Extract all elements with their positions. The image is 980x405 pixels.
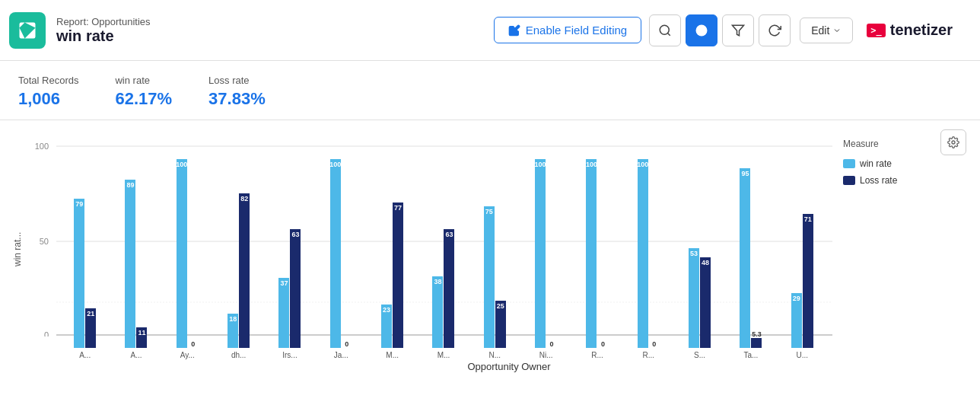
bar-owner-label: Ni... [520, 351, 571, 359]
svg-point-1 [696, 24, 708, 36]
bar-owner-label: S... [674, 351, 725, 359]
app-icon-svg [17, 20, 38, 41]
loss-rate-label: Loss rate [208, 75, 266, 86]
bar-owner-label: M... [367, 351, 418, 359]
bar-group: 2377M... [367, 139, 418, 359]
y-axis-label: win rat... [12, 139, 23, 359]
loss-rate-stat: Loss rate 37.83% [208, 75, 266, 109]
report-label: Report: Opportunities [56, 16, 151, 27]
legend-loss-rate-label: Loss rate [860, 175, 897, 186]
win-bar: 89 [125, 180, 135, 348]
bar-owner-label: Ja... [316, 351, 367, 359]
bar-owner-label: Ta... [725, 351, 776, 359]
chart-legend: Measure win rate Loss rate [843, 139, 965, 186]
loss-bar: 21 [85, 308, 96, 348]
legend-win-rate: win rate [843, 158, 965, 169]
win-bar: 29 [791, 293, 802, 348]
win-bar: 23 [381, 305, 392, 348]
x-axis-label: Opportunity Owner [50, 361, 968, 372]
bar-group: 1000Ni... [520, 139, 571, 359]
bar-group: 955.3Ta... [725, 139, 776, 359]
refresh-icon [768, 24, 781, 37]
bar-group: 3763Irs... [264, 139, 315, 359]
bar-owner-label: Irs... [264, 351, 315, 359]
chart-container: win rat... 100 50 0 7921A...8911A...1000… [0, 120, 980, 405]
win-rate-value: 62.17% [115, 89, 172, 109]
svg-marker-2 [733, 25, 744, 36]
edit-label: Edit [811, 24, 829, 37]
win-bar: 79 [74, 199, 84, 348]
win-bar: 100 [586, 159, 597, 348]
bar-owner-label: N... [469, 351, 520, 359]
legend-title: Measure [843, 139, 965, 149]
bar-group: 7525N... [469, 139, 520, 359]
report-name: win rate [56, 27, 151, 45]
bar-owner-label: Ay... [162, 351, 213, 359]
loss-bar: 48 [700, 257, 711, 348]
app-header: Report: Opportunities win rate Enable Fi… [0, 0, 980, 61]
edit-button[interactable]: Edit [800, 18, 853, 43]
loss-rate-value: 37.83% [208, 89, 266, 109]
bar-owner-label: R... [623, 351, 674, 359]
win-rate-stat: win rate 62.17% [115, 75, 172, 109]
win-bar: 100 [177, 159, 187, 348]
chart-view-button[interactable] [686, 14, 718, 46]
win-bar: 37 [278, 278, 289, 348]
win-bar: 18 [228, 314, 238, 348]
stats-bar: Total Records 1,006 win rate 62.17% Loss… [0, 61, 980, 120]
total-records-label: Total Records [18, 75, 78, 86]
bar-group: 1882dh... [213, 139, 264, 359]
bar-owner-label: M... [418, 351, 469, 359]
chart-icon [695, 24, 708, 37]
win-bar: 75 [484, 206, 495, 348]
win-bar: 100 [330, 159, 341, 348]
logo-badge: >_ [867, 24, 885, 37]
loss-rate-color [843, 176, 855, 185]
total-records-value: 1,006 [18, 89, 78, 109]
chevron-down-icon [832, 26, 842, 35]
edit-pencil-icon [508, 24, 520, 37]
bar-group: 1000Ja... [316, 139, 367, 359]
logo: >_ tenetizer [867, 21, 953, 39]
win-rate-label: win rate [115, 75, 172, 86]
bar-owner-label: dh... [213, 351, 264, 359]
search-button[interactable] [649, 14, 681, 46]
win-bar: 38 [432, 276, 443, 348]
search-icon [658, 24, 672, 37]
win-bar: 100 [638, 159, 648, 348]
loss-bar: 82 [239, 193, 250, 348]
loss-bar: 63 [290, 229, 301, 348]
bar-owner-label: U... [777, 351, 828, 359]
bar-group: 1000R... [571, 139, 622, 359]
report-title-block: Report: Opportunities win rate [56, 16, 151, 45]
loss-bar: 63 [444, 229, 454, 348]
bar-owner-label: A... [59, 351, 110, 359]
filter-button[interactable] [722, 14, 754, 46]
filter-icon [731, 24, 745, 37]
refresh-button[interactable] [759, 14, 791, 46]
loss-bar: 77 [393, 202, 403, 348]
win-bar: 53 [689, 248, 699, 348]
total-records-stat: Total Records 1,006 [18, 75, 78, 109]
svg-point-0 [660, 25, 669, 34]
legend-win-rate-label: win rate [860, 158, 892, 169]
enable-field-editing-label: Enable Field Editing [526, 24, 627, 37]
loss-bar: 25 [495, 301, 506, 348]
bar-group: 5348S... [674, 139, 725, 359]
logo-text: tenetizer [890, 21, 953, 39]
app-icon [9, 12, 46, 49]
bar-group: 1000R... [623, 139, 674, 359]
svg-text:50: 50 [40, 237, 49, 246]
bar-group: 3863M... [418, 139, 469, 359]
win-bar: 95 [740, 168, 750, 348]
bar-owner-label: A... [110, 351, 161, 359]
bar-group: 8911A... [110, 139, 161, 359]
loss-bar: 71 [803, 214, 813, 348]
enable-field-editing-button[interactable]: Enable Field Editing [494, 17, 641, 43]
svg-text:0: 0 [44, 330, 49, 336]
bar-group: 7921A... [59, 139, 110, 359]
loss-bar: 11 [136, 327, 147, 348]
win-rate-color [843, 159, 855, 168]
bar-owner-label: R... [571, 351, 622, 359]
svg-text:100: 100 [35, 142, 49, 151]
